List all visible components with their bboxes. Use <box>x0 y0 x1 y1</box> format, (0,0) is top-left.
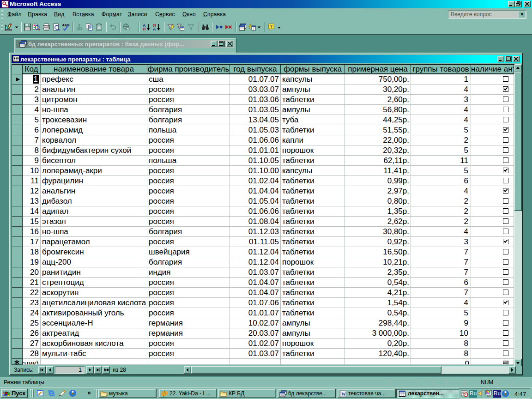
svg-text:А: А <box>153 27 156 31</box>
svg-text:W: W <box>341 392 346 397</box>
svg-text:?: ? <box>270 24 272 29</box>
svg-text:Я: Я <box>143 27 145 31</box>
